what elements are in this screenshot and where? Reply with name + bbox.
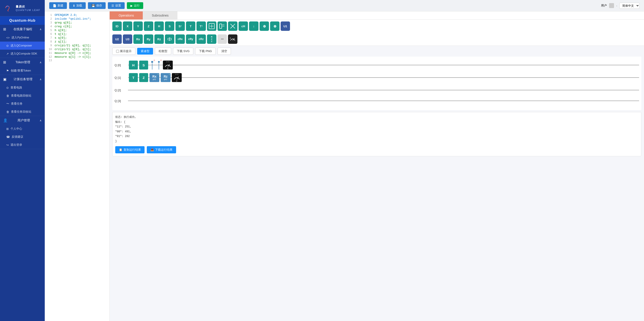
- gate-y[interactable]: Y: [133, 21, 143, 31]
- sidebar-item-qcompute[interactable]: ↗ 进入QCompute SDK: [0, 50, 45, 58]
- gate-tdg[interactable]: T†: [196, 21, 206, 31]
- sidebar-item-task-trash[interactable]: 🗑 查看任务回收站: [0, 108, 45, 116]
- trash-icon: 🗑: [6, 94, 9, 97]
- tab-operations[interactable]: Operations: [110, 11, 143, 19]
- sidebar-section-header-user[interactable]: 👤 用户管理 ∧: [0, 116, 45, 125]
- gate-arrow[interactable]: ↕: [249, 21, 258, 31]
- sidebar-item-qcomposer[interactable]: ⊙ 进入QComposer: [0, 41, 45, 50]
- gate-rx[interactable]: Rx: [133, 34, 143, 44]
- flag-icon: ⚑: [6, 69, 9, 72]
- circuit-canvas[interactable]: Q [0] H S 0: [112, 56, 641, 110]
- logo-title: 量易伏: [16, 5, 40, 9]
- gate-ry[interactable]: Ry: [144, 34, 153, 44]
- show-hint-checkbox[interactable]: 展示提示: [112, 48, 136, 55]
- app-name: Quantum-Hub: [0, 16, 45, 25]
- code-editor[interactable]: 1 OPENQASM 2.0; 2 include "qelib1.inc"; …: [45, 11, 110, 321]
- code-line-12: 12 measure q[1] -> c[1];: [45, 55, 110, 59]
- sidebar-item-circuit-trash[interactable]: 🗑 查看电路回收站: [0, 92, 45, 100]
- qubit-label-2: Q [2]: [114, 88, 128, 92]
- gate-iswap[interactable]: ⊗: [270, 21, 280, 31]
- sidebar-section-label-task: 计算任务管理: [14, 77, 32, 81]
- gate-reset[interactable]: [165, 34, 174, 44]
- gate-s[interactable]: S: [165, 21, 174, 31]
- collapse-button[interactable]: «: [110, 163, 110, 169]
- gate-more[interactable]: ···: [218, 34, 227, 44]
- sidebar-section-header-online[interactable]: ⊞ 在线量子编程 ∧: [0, 25, 45, 33]
- settings-button[interactable]: ☰ 设置: [108, 2, 125, 9]
- logo-area: 量易伏 QUANTUM LEAF: [0, 0, 45, 16]
- save-button[interactable]: 💾 保存: [88, 2, 106, 9]
- gate-u1[interactable]: U1: [280, 21, 290, 31]
- copy-result-button[interactable]: 📋 复制运行结果: [115, 146, 144, 153]
- gate-cx2[interactable]: ⊕: [260, 21, 269, 31]
- gate-sw[interactable]: [228, 21, 238, 31]
- download-svg-button[interactable]: 下载 SVG: [173, 48, 193, 55]
- circuit-gate-h-q0[interactable]: H: [129, 61, 138, 69]
- circuit-gate-t-q1[interactable]: T: [129, 73, 138, 82]
- gate-rz[interactable]: Rz: [154, 34, 164, 44]
- main-area: 📄 新建 ⬇ 加载 💾 保存 ☰ 设置 ▶ 运行 用户 · 简体中文 Engli…: [45, 0, 644, 321]
- gate-panel: Operations Subroutines ID X Y Z H S S† T…: [110, 11, 644, 46]
- sidebar-item-label-qcompute: 进入QCompute SDK: [10, 52, 37, 56]
- download-png-button[interactable]: 下载 PNG: [195, 48, 216, 55]
- code-line-7: 7 s q[0];: [45, 36, 110, 40]
- save-icon: 💾: [92, 4, 95, 7]
- external-icon: ↗: [6, 52, 9, 55]
- gate-u2[interactable]: U2: [112, 34, 122, 44]
- loose-button[interactable]: 松散型: [155, 48, 171, 55]
- gate-sx[interactable]: [207, 21, 216, 31]
- load-button[interactable]: ⬇ 加载: [69, 2, 86, 9]
- circuit-measure-q1[interactable]: C=1 Z: [172, 73, 182, 82]
- compact-button[interactable]: 紧凑型: [137, 48, 153, 54]
- sidebar-item-label-logout: 退出登录: [10, 143, 22, 147]
- sidebar-section-header-token[interactable]: ⊞ Token管理 ∧: [0, 58, 45, 67]
- gate-cry[interactable]: cRy: [186, 34, 195, 44]
- sidebar-item-view-circuit[interactable]: ⊙ 查看电路: [0, 84, 45, 92]
- sidebar-section-header-task[interactable]: ▣ 计算任务管理 ∧: [0, 75, 45, 84]
- gate-h[interactable]: H: [154, 21, 164, 31]
- tab-subroutines[interactable]: Subroutines: [143, 11, 178, 19]
- copy-icon: 📋: [119, 148, 122, 151]
- gate-sdg[interactable]: S†: [176, 21, 185, 31]
- circuit-gate-z-q1[interactable]: Z: [139, 73, 148, 82]
- gate-rzz[interactable]: RZZ: [207, 34, 216, 44]
- circuit-wire-q2: [128, 90, 639, 90]
- run-label: 运行: [134, 3, 140, 7]
- circuit-gate-rx-q1[interactable]: Rx pi/2 1: [150, 73, 159, 82]
- sidebar-item-pyonline[interactable]: <> 进入PyOnline: [0, 33, 45, 41]
- sidebar-item-logout[interactable]: ↪ 退出登录: [0, 141, 45, 149]
- gate-measure[interactable]: Z: [228, 34, 238, 44]
- circuit-gate-s-q0[interactable]: S: [139, 61, 148, 69]
- gate-t[interactable]: T: [186, 21, 195, 31]
- sidebar-item-view-task[interactable]: 〜 查看任务: [0, 100, 45, 108]
- circle-icon: ⊙: [6, 44, 9, 47]
- sidebar-item-create-token[interactable]: ⚑ 创建/查看Token: [0, 67, 45, 75]
- sidebar-item-label-profile: 个人中心: [10, 127, 22, 131]
- circuit-measure-q0[interactable]: C=0 Z: [163, 61, 173, 69]
- gate-crx[interactable]: cRx: [176, 34, 185, 44]
- code-line-2: 2 include "qelib1.inc";: [45, 17, 110, 21]
- language-select[interactable]: 简体中文 English: [620, 3, 640, 9]
- gate-z[interactable]: Z: [144, 21, 153, 31]
- download-result-button[interactable]: 📥 下载运行结果: [147, 146, 176, 153]
- sidebar-item-feedback[interactable]: ☎ 反馈建议: [0, 133, 45, 141]
- chevron-up-icon: ∧: [40, 28, 42, 31]
- gate-ch[interactable]: cH: [238, 21, 248, 31]
- user-label: 用户: [601, 3, 607, 7]
- sidebar-item-profile[interactable]: ⊞ 个人中心: [0, 125, 45, 133]
- show-hint-label: 展示提示: [120, 49, 132, 53]
- gate-crz[interactable]: cRz: [196, 34, 206, 44]
- new-button[interactable]: 📄 新建: [49, 2, 67, 9]
- gate-sy[interactable]: [218, 21, 227, 31]
- download-icon: 📥: [150, 148, 154, 151]
- logout-icon: ↪: [6, 143, 9, 147]
- hint-checkbox-input[interactable]: [116, 50, 119, 53]
- run-button[interactable]: ▶ 运行: [127, 2, 143, 9]
- load-icon: ⬇: [73, 4, 75, 7]
- clear-button[interactable]: 清空: [218, 48, 231, 55]
- gate-x[interactable]: X: [123, 21, 132, 31]
- gate-id[interactable]: ID: [112, 21, 122, 31]
- new-label: 新建: [58, 3, 63, 7]
- gate-u3[interactable]: U3: [123, 34, 132, 44]
- circuit-gate-rz-q1[interactable]: Rz pi/2 1: [161, 73, 170, 82]
